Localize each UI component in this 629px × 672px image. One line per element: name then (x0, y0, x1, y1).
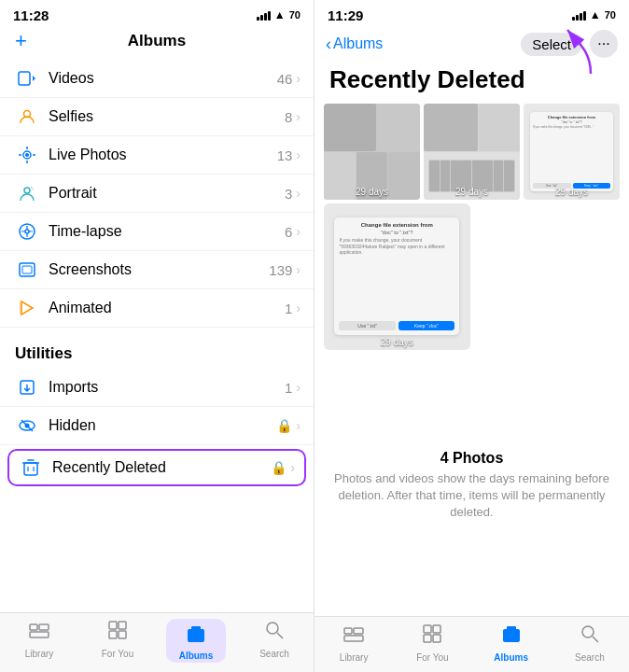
wifi-icon-right: ▲ (590, 8, 601, 21)
footer-info: 4 Photos Photos and videos show the days… (314, 435, 629, 531)
chevron-icon: › (290, 460, 295, 475)
signal-icon-right (572, 9, 586, 21)
photos-grid-bottom: Change file extension from "doc" to ".tx… (314, 200, 629, 350)
svg-rect-43 (433, 635, 440, 642)
chevron-icon: › (296, 186, 301, 201)
album-item-live-photos[interactable]: Live Photos 13 › (0, 136, 314, 175)
album-count-timelapse: 6 (285, 224, 292, 240)
left-panel: 11:28 ▲ 70 + Albums Videos 46 › (0, 0, 314, 672)
svg-rect-12 (20, 263, 35, 276)
tab-foryou-right[interactable]: For You (393, 623, 471, 663)
svg-rect-30 (109, 631, 117, 638)
album-name-live-photos: Live Photos (49, 147, 277, 163)
svg-rect-31 (119, 631, 126, 638)
photos-grid-top: 29 days (314, 104, 629, 200)
right-panel: 11:29 ▲ 70 ‹ Albums (314, 0, 629, 672)
tab-bar-right: Library For You Albums Search (314, 616, 629, 672)
tab-label-albums: Albums (179, 651, 214, 661)
back-button[interactable]: ‹ Albums (326, 35, 383, 54)
svg-rect-25 (30, 624, 37, 630)
tab-bar-left: Library For You Albums Search (0, 612, 314, 672)
tab-foryou-left[interactable]: For You (78, 619, 157, 663)
album-name-selfies: Selfies (49, 108, 285, 125)
days-label-1: 29 days (324, 187, 420, 197)
chevron-icon: › (296, 301, 301, 315)
library-tab-icon-right (342, 623, 365, 651)
svg-rect-33 (191, 626, 201, 630)
album-item-selfies[interactable]: Selfies 8 › (0, 98, 314, 136)
battery-left: 70 (289, 9, 301, 21)
svg-rect-42 (424, 635, 431, 642)
photos-description: Photos and videos show the days remainin… (333, 470, 610, 522)
svg-rect-13 (22, 266, 32, 273)
tab-label-library: Library (25, 649, 54, 659)
album-count-videos: 46 (277, 71, 293, 87)
album-item-portrait[interactable]: Portrait 3 › (0, 175, 314, 213)
album-name-timelapse: Time-lapse (49, 223, 285, 240)
time-left: 11:28 (13, 7, 49, 23)
svg-point-9 (24, 188, 30, 193)
search-tab-icon (263, 619, 286, 647)
add-album-button[interactable]: + (15, 29, 27, 53)
photo-thumb-2[interactable]: 29 days (424, 104, 520, 200)
search-tab-icon-right (579, 623, 601, 651)
wifi-icon: ▲ (274, 8, 286, 21)
albums-title: Albums (128, 32, 186, 50)
svg-rect-38 (354, 628, 363, 634)
svg-rect-39 (344, 636, 363, 641)
tab-albums-left[interactable]: Albums (157, 619, 235, 663)
tab-label-foryou: For You (102, 649, 133, 659)
svg-rect-27 (30, 632, 49, 637)
tab-library-left[interactable]: Library (0, 619, 78, 663)
album-count-animated: 1 (285, 301, 292, 316)
album-item-screenshots[interactable]: Screenshots 139 › (0, 251, 314, 289)
animated-icon (15, 299, 39, 317)
days-label-2: 29 days (424, 187, 520, 197)
svg-rect-45 (507, 626, 516, 630)
svg-rect-28 (109, 622, 117, 629)
svg-line-47 (593, 637, 598, 642)
album-name-screenshots: Screenshots (49, 261, 269, 278)
photo-thumb-1[interactable]: 29 days (324, 104, 420, 200)
tab-search-right[interactable]: Search (551, 623, 629, 663)
tab-library-right[interactable]: Library (314, 623, 393, 663)
foryou-tab-icon-right (421, 623, 443, 651)
chevron-icon: › (296, 224, 301, 239)
svg-point-11 (25, 230, 29, 233)
svg-rect-44 (503, 629, 520, 642)
photo-thumb-3[interactable]: Change file extension from "doc" to ".tx… (524, 104, 620, 200)
live-photos-icon (15, 146, 39, 164)
svg-rect-40 (424, 625, 431, 633)
status-icons-right: ▲ 70 (572, 8, 616, 21)
photo-thumb-4[interactable]: Change file extension from "doc" to ".tx… (324, 203, 470, 350)
albums-list: Videos 46 › Selfies 8 › Live Photos 13 ›… (0, 60, 314, 612)
tab-label-library-right: Library (340, 652, 369, 663)
foryou-tab-icon (106, 619, 129, 647)
album-item-videos[interactable]: Videos 46 › (0, 60, 314, 98)
more-button[interactable]: ··· (590, 30, 618, 58)
tab-search-left[interactable]: Search (235, 619, 314, 663)
tab-label-search-right: Search (575, 652, 605, 663)
album-item-hidden[interactable]: Hidden 🔒 › (0, 407, 314, 445)
lock-icon-deleted: 🔒 (271, 460, 287, 475)
albums-tab-icon (185, 623, 207, 651)
trash-icon (19, 458, 43, 477)
svg-rect-32 (188, 629, 204, 642)
select-button[interactable]: Select (521, 33, 582, 56)
signal-icon (257, 9, 271, 21)
selfies-icon (15, 107, 39, 126)
svg-rect-41 (433, 625, 440, 633)
album-item-imports[interactable]: Imports 1 › (0, 369, 314, 407)
album-item-timelapse[interactable]: Time-lapse 6 › (0, 213, 314, 251)
chevron-icon: › (296, 71, 301, 86)
album-count-portrait: 3 (285, 186, 292, 202)
svg-marker-14 (21, 301, 33, 315)
album-item-recently-deleted[interactable]: Recently Deleted 🔒 › (7, 449, 306, 486)
page-title: Recently Deleted (314, 65, 629, 104)
tab-albums-right[interactable]: Albums (472, 623, 551, 663)
albums-tab-highlight: Albums (166, 619, 227, 663)
album-count-imports: 1 (285, 380, 292, 396)
lock-icon-hidden: 🔒 (276, 418, 292, 433)
albums-header: + Albums (0, 26, 314, 60)
album-item-animated[interactable]: Animated 1 › (0, 289, 314, 328)
